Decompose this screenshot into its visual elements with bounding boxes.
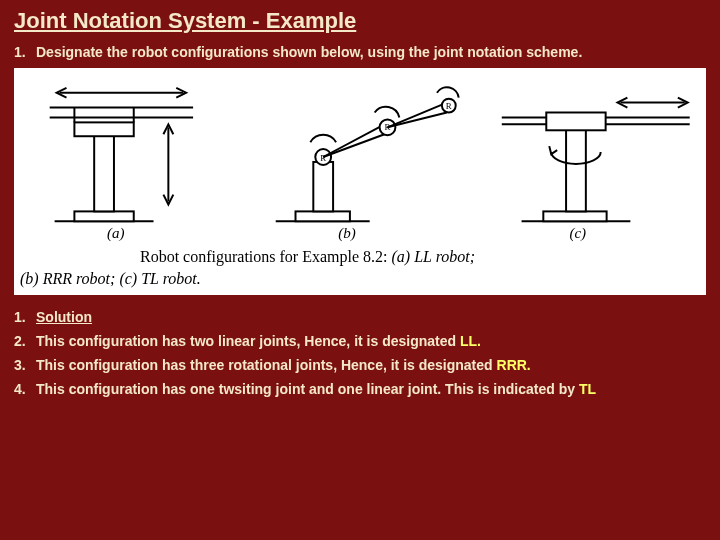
answer-4-number: 4. (14, 381, 36, 397)
svg-rect-3 (74, 122, 133, 136)
svg-rect-2 (94, 132, 114, 211)
svg-text:R: R (446, 101, 452, 111)
svg-text:R: R (385, 122, 391, 132)
figure-label-b: (b) (338, 225, 356, 242)
page-title: Joint Notation System - Example (14, 8, 706, 34)
answer-4-row: 4. This configuration has one twsiting j… (14, 381, 706, 397)
answer-4-text: This configuration has one twsiting join… (36, 381, 706, 397)
question-row: 1. Designate the robot configurations sh… (14, 44, 706, 60)
answer-2-number: 2. (14, 333, 36, 349)
robot-diagram-c: (c) (482, 72, 700, 242)
figure-panel: (a) (14, 68, 706, 295)
answer-3-row: 3. This configuration has three rotation… (14, 357, 706, 373)
answer-3-number: 3. (14, 357, 36, 373)
solution-row: 1. Solution (14, 309, 706, 325)
svg-line-14 (323, 124, 384, 157)
figure-label-a: (a) (107, 225, 125, 242)
designation-rrr: RRR. (497, 357, 531, 373)
svg-rect-11 (296, 211, 350, 221)
svg-rect-24 (544, 211, 607, 221)
designation-tl: TL (579, 381, 596, 397)
question-text: Designate the robot configurations shown… (36, 44, 706, 60)
svg-rect-1 (74, 211, 133, 221)
answer-2-row: 2. This configuration has two linear joi… (14, 333, 706, 349)
solution-heading: Solution (36, 309, 92, 325)
figure-caption: Robot configurations for Example 8.2: (a… (20, 246, 700, 289)
robot-diagram-a: (a) (20, 72, 238, 242)
svg-rect-12 (314, 162, 334, 211)
answer-2-text: This configuration has two linear joints… (36, 333, 706, 349)
question-number: 1. (14, 44, 36, 60)
designation-ll: LL. (460, 333, 481, 349)
svg-text:R: R (320, 153, 326, 163)
svg-rect-25 (566, 127, 586, 211)
answer-3-text: This configuration has three rotational … (36, 357, 706, 373)
solution-number: 1. (14, 309, 36, 325)
svg-rect-26 (547, 112, 606, 130)
figure-label-c: (c) (569, 225, 586, 242)
robot-diagram-b: R R R (b) (251, 72, 469, 242)
